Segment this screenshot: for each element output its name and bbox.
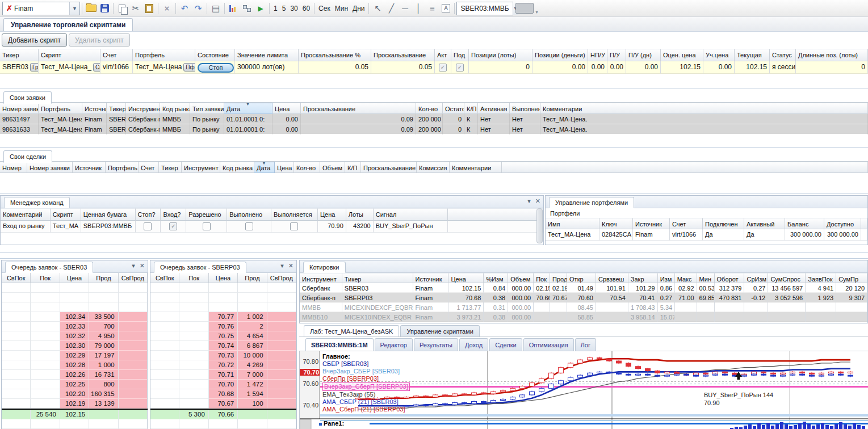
ob-cell-ask[interactable]: 1 472 (238, 380, 267, 389)
orderbook-row[interactable]: 70.717 000 (150, 370, 296, 380)
column-header[interactable]: НП/У (588, 49, 607, 61)
column-header[interactable]: Активный (744, 218, 785, 229)
column-header[interactable]: Значение лимита (235, 49, 299, 61)
column-header[interactable]: Инструмент (182, 162, 220, 173)
column-header[interactable]: Объем (508, 273, 534, 283)
timeframe-button[interactable]: 30 (288, 2, 300, 15)
column-header[interactable]: Инструмент (126, 103, 160, 114)
column-header[interactable]: Комментарии (450, 162, 502, 173)
orderbook-row[interactable] (2, 419, 148, 429)
orderbook-row[interactable]: 70.7310 000 (150, 351, 296, 360)
column-header[interactable]: Кол-во (294, 162, 320, 173)
ob-cell-ask[interactable]: 70.68 (209, 389, 238, 399)
column-header[interactable]: Лоты (346, 208, 374, 221)
tab-chart-3[interactable]: Доход (459, 338, 488, 351)
column-header[interactable]: Комиссия (417, 162, 450, 173)
column-header[interactable]: СвПок (2, 273, 31, 283)
ob-cell-ask[interactable]: 79 000 (89, 341, 118, 351)
column-header[interactable]: Комментарии (540, 103, 868, 114)
play-icon[interactable]: ▶ (254, 2, 267, 15)
column-header[interactable]: Сигнал (374, 208, 448, 221)
column-header[interactable]: П/У (607, 49, 626, 61)
checkbox[interactable] (245, 222, 253, 230)
ob-cell-ask[interactable]: 2 (238, 322, 267, 331)
chart-icon[interactable] (227, 2, 240, 15)
column-header[interactable]: Подключен (703, 218, 744, 229)
column-header[interactable]: Остаток (443, 103, 464, 114)
column-header[interactable]: Ценная бумага (81, 208, 136, 221)
inline-button[interactable]: Ск (93, 63, 100, 72)
ob-cell-ask[interactable]: 4 269 (238, 360, 267, 370)
column-header[interactable]: Инструмент (300, 273, 342, 283)
column-header[interactable]: Цена (209, 273, 238, 283)
column-header[interactable]: Номер заявки (0, 103, 39, 114)
tab-own-orders[interactable]: Свои заявки (3, 91, 52, 104)
ob-cell-ask[interactable]: 17 197 (89, 351, 118, 360)
ob-cell-ask[interactable]: 1 594 (238, 389, 267, 399)
column-header[interactable] (861, 218, 867, 229)
column-header[interactable]: Проскальзывание (371, 49, 435, 61)
column-header[interactable]: Источник (73, 162, 106, 173)
column-header[interactable]: Пок (179, 273, 208, 283)
column-header[interactable]: Скрипт (39, 49, 100, 61)
toolbar-overflow-button[interactable]: ▾ (534, 2, 539, 15)
column-header[interactable]: Счет (100, 49, 133, 61)
ob-cell-ask[interactable]: 70.72 (209, 360, 238, 370)
table-row[interactable]: Тест_МА-Цена028425CAFinamvirt/1066ДаДа30… (546, 229, 867, 241)
column-header[interactable]: К/П (345, 162, 361, 173)
column-header[interactable]: Тикер (159, 162, 182, 173)
column-header[interactable]: Проскальзывание (361, 162, 417, 173)
tab-portfolio-manager[interactable]: Управление портфелями (549, 197, 634, 208)
ob-cell-bid[interactable]: 70.66 (209, 410, 238, 419)
ob-cell-ask[interactable]: 160 315 (89, 389, 118, 399)
ob-cell-ask[interactable]: 4 950 (89, 331, 118, 341)
column-header[interactable]: Тикер (107, 103, 126, 114)
tab-lab-1[interactable]: Управление скриптами (400, 325, 479, 337)
quote-row[interactable]: ММВБ10MICEX10INDEX_EQBRFinam3 973.210.38… (300, 312, 867, 322)
orderbook-row[interactable]: 70.67100 (150, 399, 296, 409)
timeframe-unit-button[interactable]: Мин (333, 2, 350, 15)
orderbook-row[interactable] (150, 302, 296, 312)
orderbook-row[interactable] (150, 283, 296, 293)
column-header[interactable]: Активная (478, 103, 510, 114)
column-header[interactable]: Скрипт (51, 208, 81, 221)
color-swatch-button[interactable] (515, 3, 534, 14)
ob-cell-ask[interactable]: 102.29 (60, 351, 89, 360)
column-header[interactable]: Цена (275, 162, 294, 173)
orderbook-row[interactable]: 102.20160 315 (2, 389, 148, 399)
column-header[interactable]: Код рынка (160, 103, 190, 114)
orderbook-row[interactable]: 102.3433 500 (2, 312, 148, 322)
column-header[interactable]: СумСпрос (768, 273, 806, 283)
orderbook-row[interactable] (2, 302, 148, 312)
column-header[interactable]: Прод (550, 273, 567, 283)
column-header[interactable]: Выполняется (271, 208, 318, 221)
timeframe-button[interactable]: 5 (280, 2, 288, 15)
checkbox[interactable] (290, 222, 298, 230)
column-header[interactable]: Кол-во (416, 103, 443, 114)
orderbook-row[interactable]: 70.762 (150, 322, 296, 331)
undo-icon[interactable]: ↶ (178, 2, 191, 15)
column-header[interactable]: Откр (567, 273, 596, 283)
column-header[interactable]: СвПрод (119, 273, 148, 283)
ob-cell-ask[interactable]: 102.20 (60, 389, 89, 399)
collapse-icon[interactable]: ▾ (280, 262, 284, 270)
orderbook-row[interactable]: 70.701 472 (150, 380, 296, 389)
ob-cell-ask[interactable]: 6 867 (238, 341, 267, 351)
timeframe-button[interactable]: 60 (300, 2, 312, 15)
ob-cell-ask[interactable]: 102.28 (60, 360, 89, 370)
column-header[interactable]: Прод (238, 273, 267, 283)
ob-cell-ask[interactable]: 13 139 (89, 399, 118, 409)
column-header[interactable]: Позиции (деньги) (532, 49, 588, 61)
ob-cell-ask[interactable]: 1 000 (89, 360, 118, 370)
orderbook-row[interactable]: 102.33700 (2, 322, 148, 331)
column-header[interactable]: %Изм (484, 273, 508, 283)
column-header[interactable]: Разрешено (186, 208, 227, 221)
column-header[interactable]: Счет (139, 162, 159, 173)
checkbox[interactable]: ✓ (169, 222, 177, 230)
orderbook-row[interactable]: 70.754 654 (150, 331, 296, 341)
column-header[interactable]: Оборот (715, 273, 745, 283)
timeframe-button[interactable]: 1 (271, 2, 280, 15)
ob-cell-ask[interactable]: 70.76 (209, 322, 238, 331)
cut-icon[interactable]: ✂ (129, 2, 142, 15)
orderbook-row[interactable]: 70.724 269 (150, 360, 296, 370)
